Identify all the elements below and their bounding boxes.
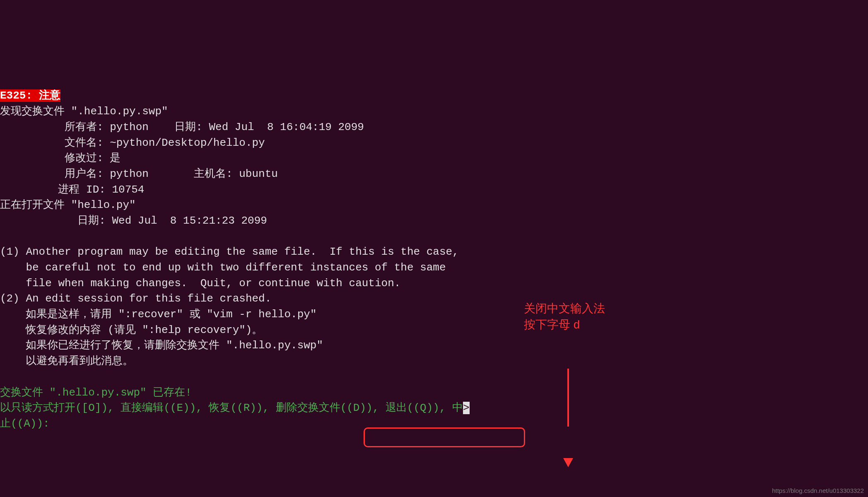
watermark-text: https://blog.csdn.net/u013303322	[772, 486, 864, 495]
msg2-line1: (2) An edit session for this file crashe…	[0, 292, 271, 305]
msg2-line4: 如果你已经进行了恢复，请删除交换文件 ".hello.py.swp"	[0, 339, 323, 352]
annotation-arrow	[567, 338, 580, 483]
msg2-line3: 恢复修改的内容 (请见 ":help recovery")。	[0, 324, 263, 336]
owner-line: 所有者: python 日期: Wed Jul 8 16:04:19 2099	[0, 121, 364, 133]
msg1-line1: (1) Another program may be editing the s…	[0, 246, 459, 258]
swap-exists-line: 交换文件 ".hello.py.swp" 已存在!	[0, 386, 192, 399]
terminal-content: E325: 注意 发现交换文件 ".hello.py.swp" 所有者: pyt…	[0, 73, 868, 432]
msg2-line5: 以避免再看到此消息。	[0, 355, 133, 367]
arrow-head-icon	[563, 458, 573, 467]
options-line2[interactable]: 止((A)):	[0, 417, 56, 430]
continue-indicator: >	[463, 402, 470, 414]
annotation-line1: 关闭中文输入法	[524, 300, 605, 316]
annotation-text: 关闭中文输入法 按下字母 d	[524, 300, 605, 333]
msg1-line2: be careful not to end up with two differ…	[0, 261, 446, 274]
error-label: E325: 注意	[0, 89, 60, 102]
file-date-line: 日期: Wed Jul 8 15:21:23 2099	[0, 215, 267, 227]
msg1-line3: file when making changes. Quit, or conti…	[0, 277, 400, 290]
swap-found-line: 发现交换文件 ".hello.py.swp"	[0, 105, 168, 118]
highlight-delete-option	[364, 427, 525, 447]
opening-file-line: 正在打开文件 "hello.py"	[0, 199, 136, 211]
options-line1[interactable]: 以只读方式打开([O]), 直接编辑((E)), 恢复((R)), 删除交换文件…	[0, 402, 463, 414]
username-line: 用户名: python 主机名: ubuntu	[0, 168, 278, 180]
filename-line: 文件名: ~python/Desktop/hello.py	[0, 137, 265, 149]
process-id-line: 进程 ID: 10754	[0, 183, 144, 196]
modified-line: 修改过: 是	[0, 152, 121, 164]
msg2-line2: 如果是这样，请用 ":recover" 或 "vim -r hello.py"	[0, 308, 317, 321]
arrow-line	[567, 369, 569, 427]
annotation-line2: 按下字母 d	[524, 316, 605, 333]
